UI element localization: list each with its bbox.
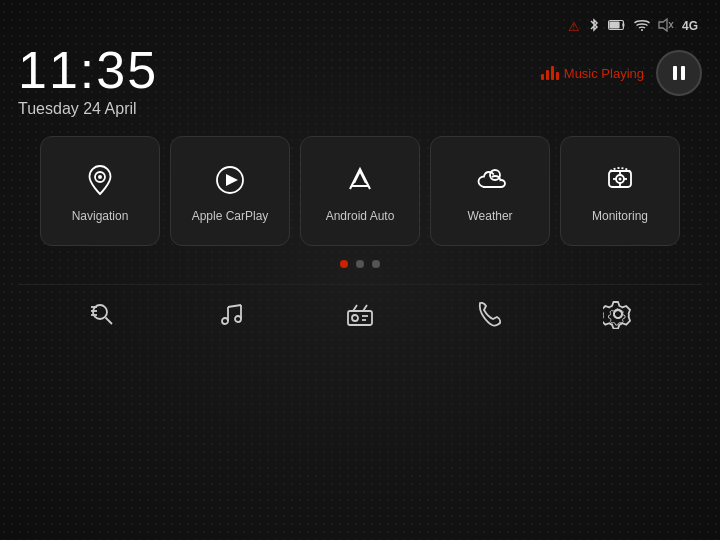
svg-rect-7 [673, 66, 677, 80]
app-tile-androidauto[interactable]: Android Auto [300, 136, 420, 246]
music-label: Music Playing [541, 66, 644, 81]
pause-button[interactable] [656, 50, 702, 96]
nav-radio[interactable] [333, 293, 387, 335]
carplay-label: Apple CarPlay [192, 209, 269, 223]
app-grid: Navigation Apple CarPlay Android Auto [18, 136, 702, 246]
svg-rect-2 [610, 22, 619, 28]
app-tile-navigation[interactable]: Navigation [40, 136, 160, 246]
monitoring-icon [601, 161, 639, 199]
settings-icon [603, 299, 633, 329]
nav-music[interactable] [204, 293, 258, 335]
navigation-icon [81, 161, 119, 199]
navigation-label: Navigation [72, 209, 129, 223]
androidauto-label: Android Auto [326, 209, 395, 223]
header: 11:35 Tuesday 24 April Music Playing [18, 44, 702, 118]
app-tile-monitoring[interactable]: Monitoring [560, 136, 680, 246]
svg-point-17 [619, 178, 622, 181]
app-tile-carplay[interactable]: Apple CarPlay [170, 136, 290, 246]
svg-marker-4 [659, 19, 667, 31]
pagination-dot-2[interactable] [356, 260, 364, 268]
pagination-dot-3[interactable] [372, 260, 380, 268]
battery-icon [608, 19, 626, 33]
weather-label: Weather [467, 209, 512, 223]
status-bar: ⚠ [18, 12, 702, 40]
music-bars-icon [541, 66, 559, 80]
clock-date: Tuesday 24 April [18, 100, 158, 118]
wifi-icon [634, 19, 650, 33]
svg-point-35 [352, 315, 358, 321]
svg-point-3 [641, 29, 643, 31]
radio-icon [345, 299, 375, 329]
svg-line-23 [106, 318, 113, 325]
music-icon [216, 299, 246, 329]
carplay-icon [211, 161, 249, 199]
nav-phone[interactable] [462, 293, 516, 335]
clock-area: 11:35 Tuesday 24 April [18, 44, 158, 118]
music-area: Music Playing [541, 50, 702, 96]
nav-search[interactable] [75, 293, 129, 335]
bluetooth-icon [588, 17, 600, 35]
clock-time: 11:35 [18, 44, 158, 96]
search-icon [87, 299, 117, 329]
app-tile-weather[interactable]: Weather [430, 136, 550, 246]
phone-icon [474, 299, 504, 329]
svg-point-14 [490, 170, 500, 180]
svg-line-31 [228, 305, 241, 307]
4g-label: 4G [682, 19, 698, 33]
androidauto-icon [341, 161, 379, 199]
svg-rect-8 [681, 66, 685, 80]
pagination-dot-1[interactable] [340, 260, 348, 268]
svg-point-10 [98, 175, 102, 179]
weather-icon [471, 161, 509, 199]
bottom-nav [18, 284, 702, 343]
pagination [18, 260, 702, 268]
svg-marker-12 [226, 174, 238, 186]
alert-icon: ⚠ [568, 20, 580, 33]
nav-settings[interactable] [591, 293, 645, 335]
monitoring-label: Monitoring [592, 209, 648, 223]
mute-icon [658, 18, 674, 34]
